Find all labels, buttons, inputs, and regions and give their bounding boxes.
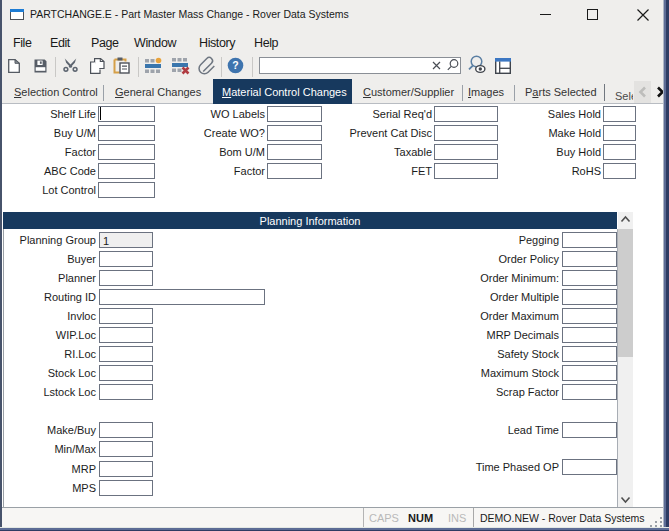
svg-text:?: ? bbox=[232, 59, 238, 71]
